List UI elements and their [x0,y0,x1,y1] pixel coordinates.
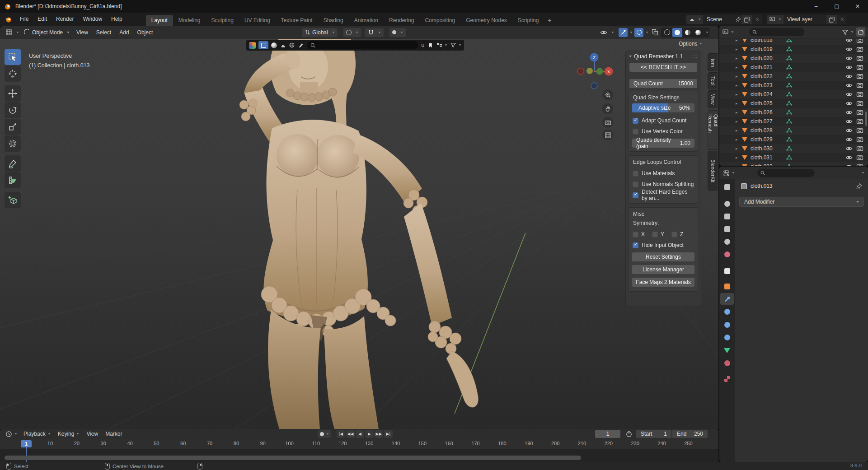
add-workspace-button[interactable]: + [544,15,555,26]
workspace-tab-compositing[interactable]: Compositing [419,15,460,26]
properties-tab-constraints-icon[interactable] [720,331,734,343]
outliner-row[interactable]: ▸ cloth.033 [719,162,868,166]
face-maps-2-materials-button[interactable]: Face Maps 2 Materials [632,278,694,287]
properties-tab-world-icon[interactable] [720,248,734,260]
disable-in-renders-icon[interactable] [856,145,863,152]
adapt-quad-count-checkbox[interactable]: Adapt Quad Count [631,115,695,126]
material-preview-icon[interactable] [271,42,277,48]
properties-tab-object-icon[interactable] [720,280,734,292]
disclosure-triangle-icon[interactable]: ▸ [736,83,742,88]
disclosure-triangle-icon[interactable]: ▸ [736,164,742,166]
disable-in-renders-icon[interactable] [856,39,863,44]
add-modifier-dropdown[interactable]: Add Modifier [739,197,864,207]
tool-rotate[interactable] [5,102,21,118]
play-button[interactable]: ▶ [365,430,374,438]
object-name[interactable]: cloth.025 [751,100,786,107]
blender-app-menu-icon[interactable] [5,16,13,23]
view-layer-icon[interactable] [767,15,784,24]
navigation-gizmo[interactable]: Z X [574,46,619,95]
sidebar-tab-quad-remesh[interactable]: Quad Remesh [708,110,718,150]
disable-in-renders-icon[interactable] [856,46,863,53]
outliner-row[interactable]: ▸ cloth.018 [719,39,868,45]
pin-id-icon[interactable] [856,183,863,190]
tool-cursor[interactable] [5,65,21,82]
outliner-row[interactable]: ▸ cloth.023 [719,81,868,90]
scene-datablock-icon[interactable] [686,15,703,24]
object-name[interactable]: cloth.022 [751,73,786,79]
next-keyframe-button[interactable]: ▶▶ [375,430,383,438]
object-name[interactable]: cloth.018 [751,39,786,43]
disclosure-triangle-icon[interactable]: ▸ [736,137,742,142]
disable-in-renders-icon[interactable] [856,100,863,107]
disclosure-triangle-icon[interactable]: ▸ [736,92,742,97]
new-collection-button[interactable] [856,28,865,37]
tool-scale[interactable] [5,119,21,135]
new-scene-button[interactable] [741,15,752,24]
model-bunny-girl[interactable] [239,39,478,429]
menu-file[interactable]: File [15,13,33,26]
timeline-menu-playback[interactable]: Playback [20,431,54,437]
adaptive-size-slider[interactable]: Adaptive size 50% [632,103,694,112]
object-name[interactable]: cloth.020 [751,55,786,61]
disable-in-renders-icon[interactable] [856,55,863,62]
object-name[interactable]: cloth.031 [751,154,786,161]
menu-render[interactable]: Render [52,13,78,26]
scene-selector[interactable]: Scene ✕ [686,15,762,24]
zoom-view-button[interactable] [602,89,613,100]
hide-in-viewport-icon[interactable] [845,136,853,143]
view-layer-selector[interactable]: ViewLayer ✕ [767,15,847,24]
workspace-tab-uv-editing[interactable]: UV Editing [239,15,276,26]
outliner-row[interactable]: ▸ cloth.030 [719,144,868,153]
playhead[interactable]: 1 [21,440,32,447]
outliner-row[interactable]: ▸ cloth.022 [719,72,868,81]
unlink-scene-icon[interactable]: ✕ [752,16,762,23]
tool-select-box[interactable] [5,49,21,65]
disable-in-renders-icon[interactable] [856,73,863,80]
workspace-tab-rendering[interactable]: Rendering [384,15,419,26]
symmetry-x-checkbox[interactable]: X [633,231,645,237]
outliner-row[interactable]: ▸ cloth.031 [719,153,868,162]
timeline-editor-type-selector[interactable] [4,431,19,437]
tool-transform[interactable] [5,135,21,152]
properties-tab-particles-icon[interactable] [720,306,734,317]
properties-search-input[interactable] [757,169,815,177]
workspace-tab-modeling[interactable]: Modeling [173,15,206,26]
disclosure-triangle-icon[interactable]: ▸ [736,128,742,133]
bookmark-icon[interactable] [427,42,433,48]
scene-name[interactable]: Scene [703,16,735,23]
outliner-row[interactable]: ▸ cloth.028 [719,126,868,135]
properties-tab-material-icon[interactable] [720,357,734,369]
outliner-row[interactable]: ▸ cloth.021 [719,63,868,72]
disable-in-renders-icon[interactable] [856,82,863,89]
use-materials-checkbox[interactable]: Use Materials [631,168,695,179]
quad-count-field[interactable]: Quad Count15000 [629,79,697,88]
brush-icon[interactable] [298,42,304,48]
pin-icon[interactable] [735,16,741,23]
jump-to-end-button[interactable]: ▶| [384,430,393,438]
properties-tab-scene-icon[interactable] [720,236,734,247]
auto-keying-toggle[interactable] [318,430,331,438]
disable-in-renders-icon[interactable] [856,64,863,71]
workspace-tab-texture-paint[interactable]: Texture Paint [276,15,318,26]
active-object-name[interactable]: cloth.013 [751,183,773,189]
disable-in-renders-icon[interactable] [856,91,863,98]
filter-selector[interactable] [450,42,461,48]
timeline-scrollbar[interactable] [5,456,581,460]
tool-add-cube[interactable] [5,192,21,208]
outliner-row[interactable]: ▸ cloth.029 [719,135,868,144]
disclosure-triangle-icon[interactable]: ▸ [736,119,742,124]
jump-to-start-button[interactable]: |◀ [337,430,345,438]
viewport-options-dropdown[interactable]: Options [679,41,702,47]
timeline-menu-keying[interactable]: Keying [54,431,83,437]
hide-in-viewport-icon[interactable] [845,145,853,152]
hide-in-viewport-icon[interactable] [845,118,853,125]
frame-start-field[interactable]: Start1 [636,430,671,438]
maximize-button[interactable]: ▢ [826,0,847,13]
timeline-ruler[interactable]: 1102030405060708090100110120130140150160… [0,439,718,449]
play-reverse-button[interactable]: ◀ [356,430,364,438]
disclosure-triangle-icon[interactable]: ▸ [736,47,742,51]
new-view-layer-button[interactable] [826,15,837,24]
disable-in-renders-icon[interactable] [856,127,863,134]
disclosure-triangle-icon[interactable]: ▸ [736,155,742,160]
panel-drag-handle[interactable]: :::: [691,54,698,59]
